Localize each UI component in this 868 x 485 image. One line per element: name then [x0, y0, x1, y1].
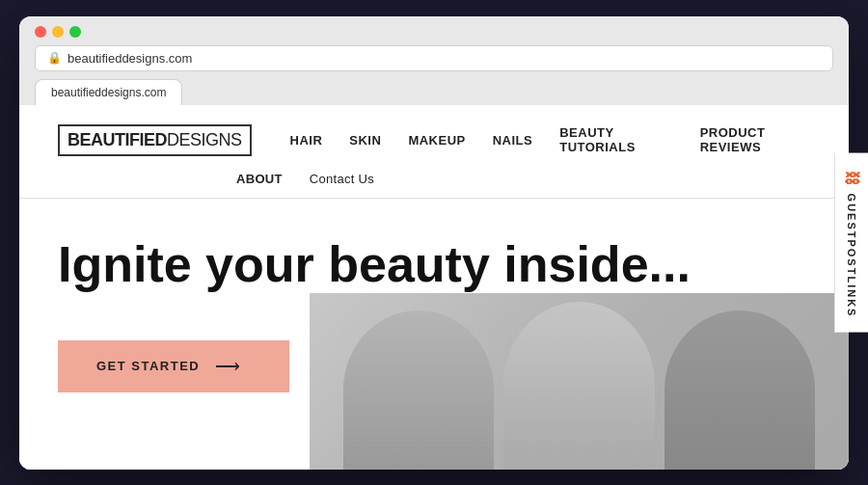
address-bar-row: 🔒 beautifieddesigns.com: [35, 45, 833, 71]
hero-image: [310, 293, 849, 470]
url-text: beautifieddesigns.com: [68, 51, 192, 66]
nav-about[interactable]: ABOUT: [236, 172, 283, 186]
hero-section: Ignite your beauty inside... GET STARTED…: [19, 199, 849, 470]
guestpost-icon: ⛓: [843, 168, 860, 185]
side-banner-label: GUESTPOSTLINKS: [846, 193, 857, 317]
browser-window: 🔒 beautifieddesigns.com beautifieddesign…: [19, 16, 849, 470]
arrow-icon: ⟶: [215, 356, 242, 377]
maximize-button[interactable]: [69, 26, 81, 38]
woman-figure-1: [343, 310, 495, 469]
nav-beauty-tutorials[interactable]: BEAUTY TUTORIALS: [559, 125, 672, 154]
website-content: BEAUTIFIEDDESIGNS HAIR SKIN MAKEUP NAILS…: [19, 105, 849, 470]
header-top: BEAUTIFIEDDESIGNS HAIR SKIN MAKEUP NAILS…: [58, 124, 810, 156]
nav-makeup[interactable]: MAKEUP: [408, 133, 465, 148]
main-navigation: HAIR SKIN MAKEUP NAILS BEAUTY TUTORIALS …: [290, 125, 810, 154]
nav-skin[interactable]: SKIN: [349, 133, 381, 148]
women-figures: [310, 293, 849, 470]
nav-hair[interactable]: HAIR: [290, 133, 323, 148]
woman-figure-3: [665, 310, 816, 469]
site-logo[interactable]: BEAUTIFIEDDESIGNS: [58, 124, 252, 156]
minimize-button[interactable]: [52, 26, 64, 38]
nav-nails[interactable]: NAILS: [493, 133, 533, 148]
active-tab[interactable]: beautifieddesigns.com: [35, 79, 182, 105]
site-header: BEAUTIFIEDDESIGNS HAIR SKIN MAKEUP NAILS…: [19, 105, 849, 199]
lock-icon: 🔒: [47, 51, 62, 65]
cta-label: GET STARTED: [96, 359, 200, 373]
women-silhouette: [310, 293, 849, 470]
nav-contact-us[interactable]: Contact Us: [310, 172, 374, 186]
close-button[interactable]: [35, 26, 46, 38]
traffic-lights: [35, 26, 833, 38]
logo-bold-text: BEAUTIFIED: [68, 130, 167, 149]
woman-figure-2: [503, 302, 655, 470]
nav-product-reviews[interactable]: PRODUCT REVIEWS: [700, 125, 810, 154]
secondary-navigation: ABOUT Contact Us: [236, 172, 810, 198]
browser-chrome: 🔒 beautifieddesigns.com beautifieddesign…: [19, 16, 849, 105]
get-started-button[interactable]: GET STARTED ⟶: [58, 340, 289, 392]
tab-bar: beautifieddesigns.com: [35, 79, 833, 105]
side-banner[interactable]: ⛓ GUESTPOSTLINKS: [834, 152, 868, 333]
logo-light-text: DESIGNS: [167, 130, 242, 149]
hero-headline: Ignite your beauty inside...: [58, 237, 691, 292]
address-bar[interactable]: 🔒 beautifieddesigns.com: [35, 45, 833, 71]
